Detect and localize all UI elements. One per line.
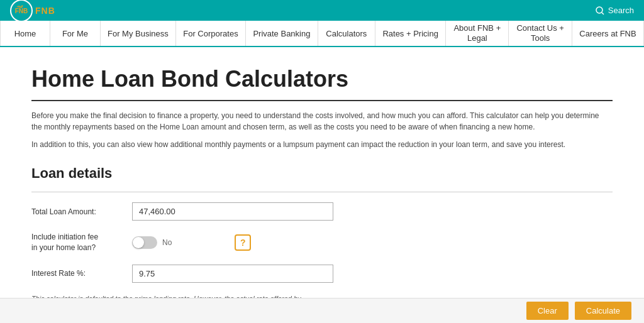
- top-bar: FNB FNB Search: [0, 0, 644, 21]
- initiation-fee-row: Include initiation feein your home loan?…: [31, 232, 613, 253]
- svg-point-2: [596, 7, 602, 13]
- nav-item-home[interactable]: Home: [0, 21, 50, 46]
- initiation-fee-toggle[interactable]: [132, 236, 157, 249]
- interest-rate-label: Interest Rate %:: [31, 269, 132, 278]
- nav-item-for-me[interactable]: For Me: [50, 21, 101, 46]
- loan-amount-input[interactable]: [132, 202, 333, 221]
- main-content: Home Loan Bond Calculators Before you ma…: [0, 47, 644, 316]
- loan-amount-label: Total Loan Amount:: [31, 207, 132, 216]
- toggle-wrapper: No: [132, 236, 172, 249]
- logo-circle: FNB: [10, 0, 33, 22]
- search-label: Search: [608, 6, 634, 15]
- svg-text:FNB: FNB: [15, 8, 28, 14]
- nav-item-calculators[interactable]: Calculators: [318, 21, 375, 46]
- svg-line-3: [602, 13, 604, 14]
- nav-item-contact-us[interactable]: Contact Us +Tools: [509, 21, 572, 46]
- interest-rate-input[interactable]: [132, 265, 333, 283]
- initiation-fee-label: Include initiation feein your home loan?: [31, 232, 132, 253]
- search-button[interactable]: Search: [596, 6, 634, 15]
- toggle-thumb: [133, 237, 144, 248]
- page-title: Home Loan Bond Calculators: [31, 66, 613, 92]
- nav-item-about-fnb[interactable]: About FNB +Legal: [446, 21, 509, 46]
- description-1: Before you make the final decision to fi…: [31, 110, 610, 133]
- calculate-button[interactable]: Calculate: [575, 302, 631, 316]
- nav-item-careers[interactable]: Careers at FNB: [572, 21, 644, 46]
- title-divider: [31, 100, 613, 101]
- logo-text: FNB: [35, 6, 55, 16]
- nav-item-for-corporates[interactable]: For Corporates: [176, 21, 246, 46]
- loan-amount-row: Total Loan Amount:: [31, 202, 613, 221]
- description-2: In addition to this, you can also view h…: [31, 139, 610, 150]
- nav-item-rates-pricing[interactable]: Rates + Pricing: [375, 21, 446, 46]
- toggle-state-label: No: [162, 238, 172, 247]
- help-button[interactable]: ?: [235, 234, 251, 251]
- bottom-bar: Clear Calculate: [0, 298, 644, 316]
- fnb-logo: FNB FNB: [10, 0, 55, 22]
- nav-item-for-my-business[interactable]: For My Business: [101, 21, 176, 46]
- clear-button[interactable]: Clear: [526, 302, 569, 316]
- nav-item-private-banking[interactable]: Private Banking: [246, 21, 318, 46]
- loan-details-divider: [31, 192, 613, 192]
- interest-rate-row: Interest Rate %:: [31, 265, 613, 283]
- loan-details-title: Loan details: [31, 165, 613, 182]
- nav-bar: Home For Me For My Business For Corporat…: [0, 21, 644, 47]
- search-icon: [596, 6, 604, 15]
